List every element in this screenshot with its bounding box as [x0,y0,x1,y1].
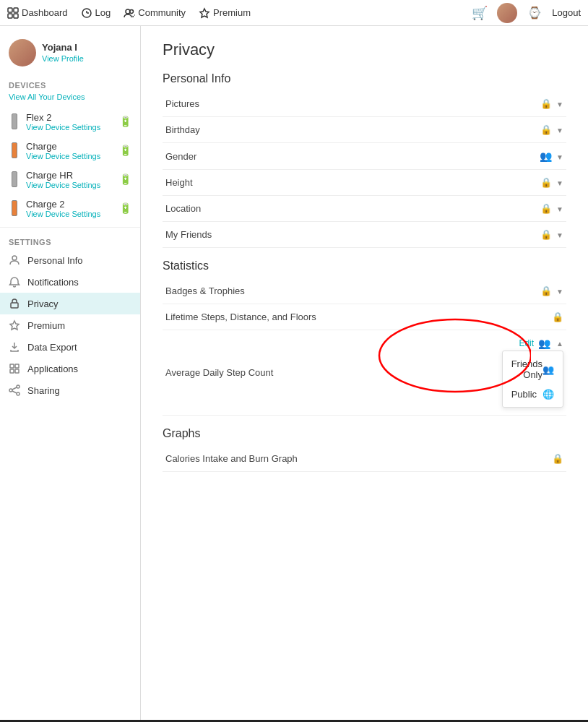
settings-personal-info[interactable]: Personal Info [0,249,140,271]
svg-point-18 [9,389,12,392]
battery-icon-charge2: 🔋 [119,202,131,214]
statistics-title: Statistics [163,259,566,272]
svg-rect-0 [8,8,12,12]
sidebar-avatar [9,39,36,66]
svg-rect-11 [11,303,18,308]
avg-step-row: Average Daily Step Count Edit 👥 ▲ Friend… [163,330,566,416]
device-icon-nav[interactable]: ⌚ [524,3,545,23]
sidebar: Yojana I View Profile DEVICES View All Y… [0,26,141,720]
svg-line-21 [12,391,17,393]
lock-icon: 🔒 [540,203,552,214]
battery-icon-flex2: 🔋 [119,116,131,127]
top-nav-right: 🛒 ⌚ Logout [470,3,581,23]
svg-rect-2 [8,14,12,18]
chevron-down-icon: ▼ [556,205,563,213]
main-container: Yojana I View Profile DEVICES View All Y… [0,26,588,720]
lock-icon: 🔒 [552,453,563,464]
privacy-content: Privacy Personal Info Pictures 🔒 ▼ Birth… [141,26,588,720]
personal-info-table: Pictures 🔒 ▼ Birthday 🔒 ▼ Gender 👥 ▼ Hei… [163,91,566,248]
lock-icon: 🔒 [540,229,552,240]
graphs-title: Graphs [163,427,566,440]
svg-point-17 [17,385,20,388]
table-row: Height 🔒 ▼ [163,170,566,196]
lock-icon: 🔒 [552,311,563,322]
chevron-down-icon: ▼ [556,288,563,296]
table-row: Lifetime Steps, Distance, and Floors 🔒 [163,304,566,330]
table-row: Gender 👥 ▼ [163,143,566,170]
dropdown-option-friends[interactable]: Friends Only 👥 [503,354,563,384]
nav-premium[interactable]: Premium [199,7,251,19]
svg-line-20 [12,387,17,390]
settings-notifications[interactable]: Notifications [0,271,140,293]
settings-section-label: SETTINGS [0,232,140,249]
device-charge2[interactable]: Charge 2 View Device Settings 🔋 [0,194,140,223]
table-row: Location 🔒 ▼ [163,196,566,222]
settings-data-export[interactable]: Data Export [0,336,140,358]
settings-premium[interactable]: Premium [0,314,140,336]
logout-button[interactable]: Logout [552,7,581,18]
table-row: Badges & Trophies 🔒 ▼ [163,278,566,304]
top-nav: Dashboard Log Community Premium 🛒 ⌚ Logo… [0,0,588,26]
chevron-down-icon: ▼ [556,179,563,187]
devices-section-label: DEVICES [0,75,140,93]
friends-icon-option: 👥 [542,364,554,375]
dropdown-panel: Friends Only 👥 Public 🌐 [502,351,563,408]
chevron-down-icon: ▼ [556,100,563,108]
nav-community[interactable]: Community [124,7,186,19]
settings-privacy[interactable]: Privacy [0,293,140,314]
page-title: Privacy [163,40,566,59]
edit-row: Edit 👥 ▲ [502,338,563,349]
battery-icon-charge-hr: 🔋 [119,173,131,185]
nav-dashboard[interactable]: Dashboard [7,7,68,19]
svg-rect-16 [15,369,19,373]
view-all-devices-link[interactable]: View All Your Devices [0,93,140,107]
globe-icon-option: 🌐 [542,389,554,400]
chevron-down-icon: ▼ [556,231,563,239]
graphs-table: Calories Intake and Burn Graph 🔒 [163,446,566,472]
settings-sharing[interactable]: Sharing [0,379,140,401]
battery-icon-charge: 🔋 [119,145,131,156]
settings-applications[interactable]: Applications [0,358,140,379]
svg-point-8 [130,9,134,13]
svg-point-10 [12,256,17,260]
lock-icon: 🔒 [540,98,552,109]
table-row: My Friends 🔒 ▼ [163,222,566,248]
personal-info-title: Personal Info [163,72,566,85]
chevron-up-icon: ▲ [556,340,563,348]
device-charge-hr[interactable]: Charge HR View Device Settings 🔋 [0,165,140,194]
statistics-table: Badges & Trophies 🔒 ▼ Lifetime Steps, Di… [163,278,566,416]
device-flex2[interactable]: Flex 2 View Device Settings 🔋 [0,107,140,136]
cart-icon[interactable]: 🛒 [470,3,490,23]
table-row: Pictures 🔒 ▼ [163,91,566,117]
view-profile-link[interactable]: View Profile [42,54,84,63]
sidebar-username: Yojana I [42,42,84,53]
lock-icon: 🔒 [540,124,552,135]
top-nav-links: Dashboard Log Community Premium [7,7,470,19]
svg-rect-1 [14,8,18,12]
edit-link[interactable]: Edit [519,338,534,348]
sidebar-user: Yojana I View Profile [0,33,140,75]
svg-rect-15 [10,369,14,373]
svg-rect-13 [10,364,14,368]
nav-log[interactable]: Log [81,7,111,19]
device-charge[interactable]: Charge View Device Settings 🔋 [0,136,140,165]
lock-icon: 🔒 [540,285,552,296]
friends-icon: 👥 [540,150,552,162]
svg-marker-12 [10,321,19,330]
friends-icon-step: 👥 [538,338,550,349]
dropdown-option-public[interactable]: Public 🌐 [503,384,563,404]
lock-icon: 🔒 [540,177,552,188]
svg-marker-9 [200,9,209,17]
table-row: Calories Intake and Burn Graph 🔒 [163,446,566,472]
svg-rect-14 [15,364,19,368]
svg-rect-3 [14,14,18,18]
table-row: Birthday 🔒 ▼ [163,117,566,143]
chevron-down-icon: ▼ [556,153,563,161]
svg-point-19 [17,392,20,395]
user-avatar-nav[interactable] [497,3,517,23]
chevron-down-icon: ▼ [556,126,563,134]
